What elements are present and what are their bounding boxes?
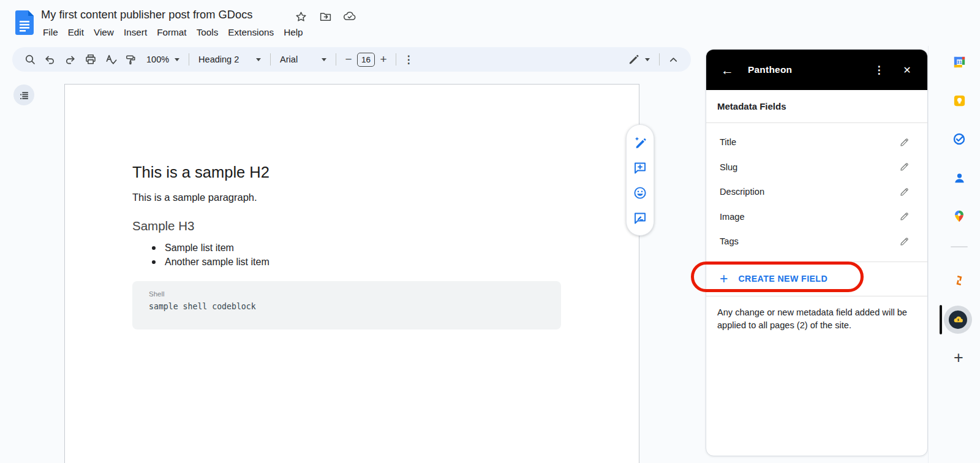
toolbar-divider [336,53,336,66]
google-tasks-icon [952,132,967,146]
field-row-title: Title [706,130,927,155]
menu-view[interactable]: View [89,26,119,39]
show-document-outline-button[interactable] [13,85,34,105]
menu-insert[interactable]: Insert [119,26,152,39]
font-family-select[interactable]: Arial [274,50,332,69]
cloud-saved-icon[interactable] [342,9,358,24]
undo-button[interactable] [40,50,60,70]
formatting-toolbar: 100% Heading 2 Arial − 16 + ⋮ [12,47,691,72]
spelling-grammar-check-button[interactable] [100,50,121,70]
code-language-label: Shell [149,290,165,298]
doc-list-item[interactable]: Sample list item [132,241,270,255]
pencil-icon [899,137,910,148]
pantheon-addon-button[interactable] [944,306,972,334]
doc-bullet-list[interactable]: Sample list item Another sample list ite… [132,241,270,269]
toolbar-divider [270,53,271,66]
toolbar-divider [396,53,396,66]
calendar-day-number: 31 [957,59,962,65]
maps-app-button[interactable] [952,209,967,224]
print-icon [85,53,97,66]
field-label: Slug [720,162,737,172]
add-comment-button[interactable] [631,159,649,177]
menu-help[interactable]: Help [279,26,307,39]
add-emoji-reaction-button[interactable] [631,184,649,202]
create-new-field-label: CREATE NEW FIELD [738,274,827,284]
chevron-up-icon [668,54,679,66]
calendar-app-button[interactable]: 31 [952,55,967,69]
spellcheck-icon [105,53,117,66]
font-size-input[interactable]: 16 [357,53,375,67]
pantheon-addon-logo [949,311,967,329]
help-me-write-button[interactable] [631,134,649,152]
metadata-field-list: Title Slug Description Image Tags [706,123,927,262]
move-folder-icon[interactable] [317,9,333,24]
panel-close-button[interactable]: ✕ [902,64,913,76]
back-arrow-icon[interactable]: ← [721,64,734,77]
panel-title: Pantheon [748,64,792,75]
field-row-description: Description [706,179,927,205]
pencil-icon [899,187,910,197]
hide-menus-button[interactable] [663,50,684,70]
addon-orange-button[interactable] [952,273,967,288]
code-block[interactable]: Shell sample shell codeblock [132,281,561,329]
document-title[interactable]: My first content publisher post from GDo… [41,8,252,21]
redo-icon [64,54,76,66]
panel-more-options-button[interactable]: ⋮ [873,64,884,77]
menu-format[interactable]: Format [152,26,191,39]
field-row-tags: Tags [706,229,927,254]
redo-button[interactable] [60,50,80,70]
metadata-section-title: Metadata Fields [717,101,786,111]
pencil-icon [899,162,910,172]
zoom-select[interactable]: 100% [141,50,185,69]
code-content[interactable]: sample shell codeblock [149,302,256,311]
metadata-section-header: Metadata Fields [706,90,927,123]
doc-paragraph[interactable]: This is a sample paragraph. [132,192,257,203]
increase-font-size-button[interactable]: + [375,53,392,66]
doc-heading2[interactable]: This is a sample H2 [132,164,270,181]
field-row-slug: Slug [706,155,927,180]
active-addon-indicator [940,305,942,334]
more-toolbar-options-button[interactable]: ⋮ [400,53,417,66]
google-docs-logo-icon[interactable] [15,10,34,35]
editing-mode-select[interactable] [622,50,655,69]
panel-header: ← Pantheon ⋮ ✕ [706,50,927,90]
tasks-app-button[interactable] [952,132,967,146]
suggest-edits-button[interactable] [631,209,649,227]
edit-field-button[interactable] [898,136,910,148]
get-addons-button[interactable]: + [951,348,967,367]
decrease-font-size-button[interactable]: − [340,53,357,66]
chevron-down-icon [256,58,261,61]
menu-bar: File Edit View Insert Format Tools Exten… [38,24,308,40]
document-page[interactable]: This is a sample H2 This is a sample par… [64,84,639,463]
search-menus-button[interactable] [20,50,40,70]
edit-field-button[interactable] [898,186,910,198]
panel-note-text: Any change or new metadata field added w… [706,296,924,333]
chevron-down-icon [322,58,326,61]
google-keep-icon [952,94,967,108]
zoom-value: 100% [146,55,169,64]
menu-extensions[interactable]: Extensions [223,26,279,39]
edit-field-button[interactable] [898,235,910,247]
workspace-side-rail: 31 [928,46,980,463]
doc-heading3[interactable]: Sample H3 [132,219,194,233]
paint-roller-icon [125,54,137,66]
doc-list-item[interactable]: Another sample list item [132,255,270,269]
field-label: Description [720,187,764,197]
keep-app-button[interactable] [952,93,967,108]
undo-icon [44,54,56,66]
contacts-app-button[interactable] [952,170,967,185]
menu-edit[interactable]: Edit [63,26,89,39]
menu-tools[interactable]: Tools [192,26,224,39]
add-comment-icon [633,160,647,175]
paint-format-button[interactable] [121,50,141,70]
edit-field-button[interactable] [898,161,910,173]
create-new-field-button[interactable]: + CREATE NEW FIELD [706,262,927,296]
paragraph-style-select[interactable]: Heading 2 [193,50,266,69]
app-header: My first content publisher post from GDo… [0,0,980,46]
print-button[interactable] [80,50,100,70]
edit-field-button[interactable] [898,211,910,223]
menu-file[interactable]: File [38,26,63,39]
magic-pencil-icon [633,135,647,150]
star-icon[interactable] [293,9,309,24]
google-maps-icon [952,209,966,223]
